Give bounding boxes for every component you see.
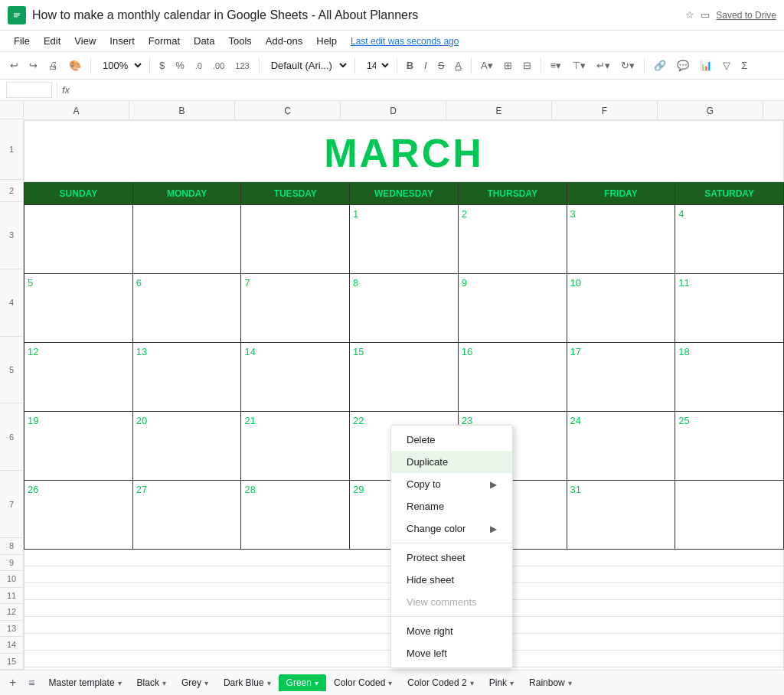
menu-help[interactable]: Help: [310, 32, 343, 50]
ctx-duplicate[interactable]: Duplicate: [391, 451, 512, 473]
tab-grey[interactable]: Grey ▾: [174, 674, 216, 691]
col-header-A[interactable]: A: [24, 101, 129, 120]
col-header-F[interactable]: F: [552, 101, 658, 120]
cell-w2-fri[interactable]: 10: [567, 274, 675, 343]
cell-w1-wed[interactable]: 1: [350, 205, 459, 274]
menu-file[interactable]: File: [8, 32, 36, 50]
print-button[interactable]: 🖨: [44, 57, 62, 73]
merge-button[interactable]: ⊟: [519, 57, 535, 73]
add-sheet-button[interactable]: +: [3, 673, 22, 693]
percent-button[interactable]: %: [172, 57, 188, 73]
cell-w1-sat[interactable]: 4: [675, 205, 784, 274]
menu-addons[interactable]: Add-ons: [260, 32, 309, 50]
cell-w4-fri[interactable]: 24: [567, 412, 675, 481]
cell-w1-sun[interactable]: [24, 205, 133, 274]
decimal0-button[interactable]: .0: [191, 59, 206, 73]
ctx-move-right[interactable]: Move right: [391, 620, 512, 642]
star-icon[interactable]: ☆: [685, 9, 694, 21]
wrap-button[interactable]: ↵▾: [593, 57, 614, 73]
rotate-button[interactable]: ↻▾: [617, 57, 639, 73]
cell-w2-wed[interactable]: 8: [350, 274, 459, 343]
cell-w2-thu[interactable]: 9: [458, 274, 567, 343]
col-header-D[interactable]: D: [341, 101, 446, 120]
tab-color-coded-2[interactable]: Color Coded 2 ▾: [400, 674, 481, 691]
ctx-rename[interactable]: Rename: [391, 495, 512, 517]
menu-insert[interactable]: Insert: [103, 32, 141, 50]
borders-button[interactable]: ⊞: [500, 57, 516, 73]
cell-w2-mon[interactable]: 6: [132, 274, 241, 343]
ctx-protect-sheet[interactable]: Protect sheet: [391, 547, 512, 569]
cell-w5-tue[interactable]: 28: [241, 481, 350, 550]
cell-w4-sat[interactable]: 25: [675, 412, 784, 481]
functions-button[interactable]: Σ: [737, 57, 751, 73]
font-select[interactable]: Default (Ari...): [265, 57, 349, 73]
fill-color-button[interactable]: A▾: [477, 57, 497, 73]
cell-w3-sun[interactable]: 12: [24, 343, 133, 412]
paint-button[interactable]: 🎨: [65, 57, 85, 73]
cell-w5-sun[interactable]: 26: [24, 481, 133, 550]
cell-w1-thu[interactable]: 2: [458, 205, 567, 274]
menu-format[interactable]: Format: [142, 32, 186, 50]
tab-color-coded[interactable]: Color Coded ▾: [326, 674, 400, 691]
italic-button[interactable]: I: [420, 57, 431, 73]
cell-w5-fri[interactable]: 31: [567, 481, 675, 550]
cell-w2-tue[interactable]: 7: [241, 274, 350, 343]
strikethrough-button[interactable]: S: [434, 57, 449, 73]
tab-dark-blue[interactable]: Dark Blue ▾: [216, 674, 279, 691]
link-button[interactable]: 🔗: [650, 57, 670, 73]
comment-button[interactable]: 💬: [673, 57, 693, 73]
tab-black[interactable]: Black ▾: [129, 674, 174, 691]
menu-tools[interactable]: Tools: [222, 32, 257, 50]
cell-w3-tue[interactable]: 14: [241, 343, 350, 412]
cell-w1-mon[interactable]: [132, 205, 241, 274]
cell-w1-tue[interactable]: [241, 205, 350, 274]
underline-button[interactable]: A: [451, 57, 466, 73]
cell-w3-fri[interactable]: 17: [567, 343, 675, 412]
cell-w4-sun[interactable]: 19: [24, 412, 133, 481]
ctx-delete[interactable]: Delete: [391, 429, 512, 451]
menu-view[interactable]: View: [68, 32, 102, 50]
fontsize-select[interactable]: 14: [361, 57, 391, 73]
dollar-button[interactable]: $: [155, 57, 168, 73]
row-num-13: 13: [0, 621, 23, 638]
col-header-B[interactable]: B: [129, 101, 235, 120]
decimal00-button[interactable]: .00: [209, 59, 228, 73]
cell-w2-sat[interactable]: 11: [675, 274, 784, 343]
cell-w3-wed[interactable]: 15: [350, 343, 459, 412]
zoom-select[interactable]: 100%: [96, 57, 144, 73]
formula-input[interactable]: [74, 84, 778, 96]
menu-data[interactable]: Data: [188, 32, 220, 50]
undo-button[interactable]: ↩: [6, 57, 22, 73]
ctx-move-left[interactable]: Move left: [391, 642, 512, 664]
filter-button[interactable]: ▽: [719, 57, 734, 73]
tab-rainbow[interactable]: Rainbow ▾: [521, 674, 580, 691]
cell-w5-mon[interactable]: 27: [132, 481, 241, 550]
bold-button[interactable]: B: [403, 57, 417, 73]
col-header-G[interactable]: G: [658, 101, 763, 120]
ctx-copy-to[interactable]: Copy to ▶: [391, 473, 512, 495]
cell-w2-sun[interactable]: 5: [24, 274, 133, 343]
cell-w4-tue[interactable]: 21: [241, 412, 350, 481]
cell-w3-thu[interactable]: 16: [458, 343, 567, 412]
tab-master-template[interactable]: Master template ▾: [41, 674, 129, 691]
cell-w3-sat[interactable]: 18: [675, 343, 784, 412]
cell-w3-mon[interactable]: 13: [132, 343, 241, 412]
halign-button[interactable]: ≡▾: [547, 57, 566, 73]
ctx-change-color[interactable]: Change color ▶: [391, 517, 512, 540]
sheet-list-button[interactable]: ≡: [22, 674, 41, 692]
cell-reference[interactable]: [6, 82, 52, 98]
menu-edit[interactable]: Edit: [38, 32, 67, 50]
format123-button[interactable]: 123: [231, 59, 253, 73]
redo-button[interactable]: ↪: [25, 57, 41, 73]
chart-button[interactable]: 📊: [696, 57, 716, 73]
cell-w5-sat[interactable]: [675, 481, 784, 550]
cell-w4-mon[interactable]: 20: [132, 412, 241, 481]
col-header-C[interactable]: C: [235, 101, 341, 120]
valign-button[interactable]: ⊤▾: [568, 57, 590, 73]
col-header-E[interactable]: E: [446, 101, 552, 120]
tab-green[interactable]: Green ▾: [279, 674, 326, 691]
cell-w1-fri[interactable]: 3: [567, 205, 675, 274]
ctx-hide-sheet[interactable]: Hide sheet: [391, 569, 512, 591]
present-icon[interactable]: ▭: [701, 9, 710, 21]
tab-pink[interactable]: Pink ▾: [482, 674, 521, 691]
